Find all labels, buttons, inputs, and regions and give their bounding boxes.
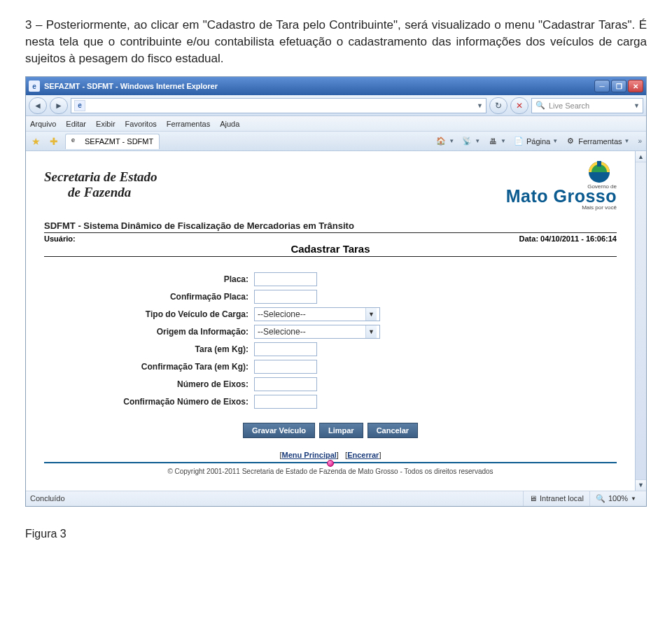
taras-form: Placa: Confirmação Placa: Tipo do Veícul… bbox=[44, 272, 617, 438]
page-header: Secretaria de Estado de Fazenda Governo … bbox=[26, 151, 635, 215]
tab-title: SEFAZMT - SDFMT bbox=[85, 137, 153, 146]
nav-row: ◄ ► e ▼ ↻ ✕ 🔍 Live Search ▼ bbox=[26, 95, 646, 116]
forward-button[interactable]: ► bbox=[50, 97, 68, 114]
input-placa[interactable] bbox=[254, 272, 317, 286]
link-encerrar[interactable]: Encerrar bbox=[347, 451, 379, 459]
print-icon: 🖶 bbox=[487, 136, 498, 147]
label-conf-eixos: Confirmação Número de Eixos: bbox=[44, 397, 254, 407]
label-placa: Placa: bbox=[44, 274, 254, 284]
page-icon: e bbox=[74, 100, 85, 111]
scroll-down-icon[interactable]: ▼ bbox=[636, 479, 646, 491]
menu-ajuda[interactable]: Ajuda bbox=[220, 120, 239, 128]
gear-icon: ⚙ bbox=[565, 136, 576, 147]
back-button[interactable]: ◄ bbox=[29, 97, 47, 114]
gravar-button[interactable]: Gravar Veículo bbox=[243, 423, 315, 438]
input-tara[interactable] bbox=[254, 342, 317, 356]
print-button[interactable]: 🖶▼ bbox=[487, 136, 506, 147]
vertical-scrollbar[interactable]: ▲ ▼ bbox=[635, 151, 646, 491]
search-icon: 🔍 bbox=[535, 100, 546, 111]
menu-arquivo[interactable]: Arquivo bbox=[30, 120, 56, 128]
form-title: Cadastrar Taras bbox=[26, 243, 635, 255]
figure-label: Figura 3 bbox=[25, 528, 647, 540]
stop-button[interactable]: ✕ bbox=[510, 97, 528, 114]
link-menu-principal[interactable]: Menu Principal bbox=[282, 451, 337, 459]
tools-menu[interactable]: ⚙Ferramentas▼ bbox=[565, 136, 629, 147]
label-conf-tara: Confirmação Tara (em Kg): bbox=[44, 362, 254, 372]
mato-grosso-logo-icon bbox=[582, 158, 617, 183]
label-conf-placa: Confirmação Placa: bbox=[44, 292, 254, 302]
select-tipo-value: --Selecione-- bbox=[258, 309, 306, 319]
search-box[interactable]: 🔍 Live Search ▼ bbox=[531, 98, 643, 113]
sef-line1: Secretaria de Estado bbox=[44, 169, 158, 185]
intro-paragraph: 3 – Posteriormente, ao clicar em "Cadast… bbox=[25, 17, 647, 66]
ie-icon: e bbox=[29, 80, 40, 92]
system-title: SDFMT - Sistema Dinâmico de Fiscalização… bbox=[44, 218, 617, 233]
tab-current[interactable]: e SEFAZMT - SDFMT bbox=[65, 134, 160, 149]
label-tara: Tara (em Kg): bbox=[44, 344, 254, 354]
maximize-button[interactable]: ❐ bbox=[611, 80, 626, 92]
chevron-down-icon: ▼ bbox=[365, 308, 377, 321]
brand-block: Governo de Mato Grosso Mais por você bbox=[506, 158, 617, 211]
label-eixos: Número de Eixos: bbox=[44, 379, 254, 389]
input-eixos[interactable] bbox=[254, 377, 317, 391]
add-favorite-icon[interactable]: ✚ bbox=[47, 134, 61, 148]
separator bbox=[44, 256, 617, 257]
menu-bar: Arquivo Editar Exibir Favoritos Ferramen… bbox=[26, 116, 646, 132]
scroll-up-icon[interactable]: ▲ bbox=[636, 151, 646, 162]
intranet-icon: 🖥 bbox=[529, 494, 537, 503]
favorites-star-icon[interactable]: ★ bbox=[29, 134, 43, 148]
status-bar: Concluído 🖥 Intranet local 🔍 100% ▼ bbox=[26, 491, 646, 506]
copyright: © Copyright 2001-2011 Secretaria de Esta… bbox=[26, 468, 635, 475]
feeds-button[interactable]: 📡▼ bbox=[461, 136, 480, 147]
page-icon-tool: 📄 bbox=[513, 136, 524, 147]
refresh-button[interactable]: ↻ bbox=[489, 97, 507, 114]
brand-name: Mato Grosso bbox=[506, 186, 617, 206]
rss-icon: 📡 bbox=[461, 136, 472, 147]
usuario-label: Usuário: bbox=[44, 234, 76, 243]
label-origem: Origem da Informação: bbox=[44, 327, 254, 337]
menu-ferramentas[interactable]: Ferramentas bbox=[167, 120, 210, 128]
input-conf-placa[interactable] bbox=[254, 290, 317, 304]
footer-dot-icon bbox=[327, 460, 334, 467]
input-conf-tara[interactable] bbox=[254, 360, 317, 374]
data-label: Data: 04/10/2011 - 16:06:14 bbox=[519, 234, 617, 243]
sef-line2: de Fazenda bbox=[68, 185, 158, 200]
cancelar-button[interactable]: Cancelar bbox=[368, 423, 418, 438]
chevron-down-icon: ▼ bbox=[365, 325, 377, 338]
toolbar-overflow-icon[interactable]: » bbox=[636, 137, 643, 145]
input-conf-eixos[interactable] bbox=[254, 395, 317, 409]
svg-rect-1 bbox=[597, 161, 601, 167]
close-button[interactable]: ✕ bbox=[628, 80, 643, 92]
tab-row: ★ ✚ e SEFAZMT - SDFMT 🏠▼ 📡▼ 🖶▼ 📄Página▼ … bbox=[26, 132, 646, 151]
sef-title: Secretaria de Estado de Fazenda bbox=[44, 169, 158, 200]
footer-links: [Menu Principal] [Encerrar] bbox=[26, 451, 635, 459]
search-placeholder: Live Search bbox=[549, 101, 589, 110]
menu-exibir[interactable]: Exibir bbox=[96, 120, 115, 128]
window-title: SEFAZMT - SDFMT - Windows Internet Explo… bbox=[44, 82, 218, 90]
status-done: Concluído bbox=[30, 494, 65, 503]
zoom-icon: 🔍 bbox=[596, 494, 606, 503]
home-icon: 🏠 bbox=[435, 136, 447, 147]
limpar-button[interactable]: Limpar bbox=[319, 423, 363, 438]
tab-icon: e bbox=[71, 136, 81, 146]
address-dropdown-icon[interactable]: ▼ bbox=[477, 102, 483, 109]
select-origem-value: --Selecione-- bbox=[258, 327, 306, 337]
address-bar[interactable]: e ▼ bbox=[71, 98, 486, 113]
select-origem[interactable]: --Selecione-- ▼ bbox=[254, 325, 380, 339]
select-tipo-veiculo[interactable]: --Selecione-- ▼ bbox=[254, 307, 380, 321]
page-menu[interactable]: 📄Página▼ bbox=[513, 136, 558, 147]
window-titlebar: e SEFAZMT - SDFMT - Windows Internet Exp… bbox=[26, 77, 646, 95]
status-zone: 🖥 Intranet local bbox=[523, 491, 589, 506]
search-dropdown-icon[interactable]: ▼ bbox=[634, 102, 640, 109]
label-tipo-veiculo: Tipo do Veículo de Carga: bbox=[44, 309, 254, 319]
status-zoom[interactable]: 🔍 100% ▼ bbox=[589, 491, 642, 506]
menu-favoritos[interactable]: Favoritos bbox=[125, 120, 157, 128]
home-button[interactable]: 🏠▼ bbox=[435, 136, 454, 147]
menu-editar[interactable]: Editar bbox=[66, 120, 86, 128]
browser-window: e SEFAZMT - SDFMT - Windows Internet Exp… bbox=[25, 76, 647, 507]
footer-rule bbox=[44, 462, 617, 463]
minimize-button[interactable]: ─ bbox=[594, 80, 610, 92]
